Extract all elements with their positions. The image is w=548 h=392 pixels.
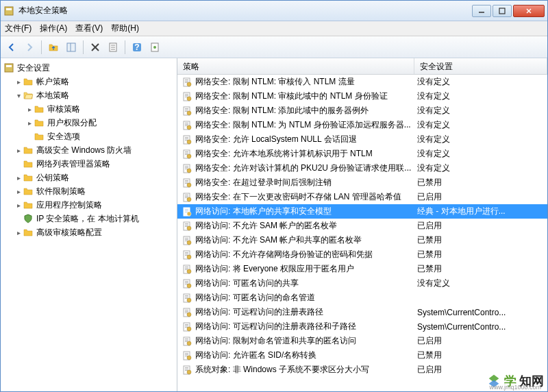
list-row[interactable]: 网络安全: 限制 NTLM: 审核此域中的 NTLM 身份验证没有定义	[177, 89, 547, 103]
svg-rect-0	[5, 7, 13, 15]
svg-rect-72	[185, 225, 188, 225]
policy-setting: 已禁用	[414, 234, 547, 246]
list-row[interactable]: 网络安全: 限制 NTLM: 为 NTLM 身份验证添加远程服务器...没有定义	[177, 118, 547, 132]
tree-item[interactable]: ▸审核策略	[2, 102, 175, 116]
tree-twisty[interactable]: ▸	[14, 201, 23, 209]
tree-twisty[interactable]: ▸	[25, 106, 34, 113]
list-row[interactable]: 网络访问: 可匿名访问的命名管道	[177, 291, 547, 305]
tree-twisty[interactable]: ▸	[14, 174, 23, 182]
list-row[interactable]: 网络访问: 不允许 SAM 帐户和共享的匿名枚举已禁用	[177, 233, 547, 247]
svg-rect-1	[6, 8, 12, 10]
delete-button[interactable]	[87, 39, 103, 56]
list-row[interactable]: 网络安全: 在下一次更改密码时不存储 LAN 管理器哈希值已启用	[177, 190, 547, 204]
tree-twisty[interactable]: ▸	[14, 229, 23, 236]
policy-setting: 没有定义	[414, 278, 547, 289]
tree-twisty[interactable]: ▾	[14, 92, 23, 99]
tree-twisty[interactable]: ▸	[14, 188, 23, 195]
policy-icon	[182, 77, 192, 88]
tree-item[interactable]: ▸高级安全 Windows 防火墙	[2, 143, 175, 157]
policy-name: 网络安全: 限制 NTLM: 为 NTLM 身份验证添加远程服务器...	[195, 119, 414, 131]
policy-setting: 已禁用	[414, 263, 547, 275]
close-button[interactable]	[513, 5, 545, 17]
svg-point-94	[187, 284, 191, 288]
menu-file[interactable]: 文件(F)	[5, 23, 32, 34]
list-row[interactable]: 网络访问: 可远程访问的注册表路径System\CurrentContro...	[177, 305, 547, 319]
titlebar[interactable]: 本地安全策略	[1, 1, 547, 21]
svg-rect-62	[185, 196, 188, 197]
tree-root[interactable]: 安全设置	[2, 61, 175, 75]
list-row[interactable]: 网络安全: 允许 LocalSystem NULL 会话回退没有定义	[177, 132, 547, 147]
svg-point-17	[153, 46, 156, 49]
policy-name: 系统对象: 非 Windows 子系统不要求区分大小写	[195, 364, 414, 376]
list-row[interactable]: 网络访问: 可匿名访问的共享没有定义	[177, 276, 547, 291]
tree-item[interactable]: ▸软件限制策略	[2, 184, 175, 198]
back-button[interactable]	[3, 39, 20, 56]
tree-item[interactable]: IP 安全策略，在 本地计算机	[2, 212, 175, 225]
menu-view[interactable]: 查看(V)	[75, 23, 103, 34]
tree-item[interactable]: ▸应用程序控制策略	[2, 198, 175, 212]
svg-rect-96	[185, 295, 188, 296]
list-row[interactable]: 网络安全: 允许对该计算机的 PKU2U 身份验证请求使用联...没有定义	[177, 161, 547, 175]
column-header-setting[interactable]: 安全设置	[414, 58, 547, 74]
maximize-button[interactable]	[493, 5, 512, 17]
policy-icon	[182, 365, 192, 376]
list-row[interactable]: 网络访问: 本地帐户的共享和安全模型经典 - 对本地用户进行...	[177, 204, 547, 219]
folder-icon	[23, 199, 34, 210]
toolbar-separator	[41, 40, 42, 54]
policy-name: 网络访问: 可匿名访问的共享	[195, 278, 414, 289]
security-icon	[3, 62, 14, 73]
policy-name: 网络访问: 可匿名访问的命名管道	[195, 292, 414, 304]
tree-item[interactable]: 网络列表管理器策略	[2, 157, 175, 171]
policy-setting: System\CurrentContro...	[414, 322, 547, 332]
toolbar-separator	[83, 40, 84, 54]
policy-name: 网络访问: 允许匿名 SID/名称转换	[195, 350, 414, 361]
list-row[interactable]: 网络安全: 允许本地系统将计算机标识用于 NTLM没有定义	[177, 147, 547, 161]
list-row[interactable]: 网络访问: 允许匿名 SID/名称转换已禁用	[177, 348, 547, 363]
tree-panel[interactable]: 安全设置 ▸帐户策略▾本地策略▸审核策略▸用户权限分配安全选项▸高级安全 Win…	[1, 58, 177, 391]
menubar: 文件(F) 操作(A) 查看(V) 帮助(H)	[1, 21, 547, 36]
menu-action[interactable]: 操作(A)	[40, 23, 67, 34]
minimize-button[interactable]	[472, 5, 491, 17]
policy-name: 网络访问: 可远程访问的注册表路径	[195, 306, 414, 318]
column-header-policy[interactable]: 策略	[177, 58, 414, 74]
list-panel: 策略 安全设置 网络安全: 限制 NTLM: 审核传入 NTLM 流量没有定义网…	[177, 58, 547, 391]
tree-item[interactable]: 安全选项	[2, 130, 175, 143]
tree-item[interactable]: ▾本地策略	[2, 88, 175, 102]
list-row[interactable]: 系统对象: 非 Windows 子系统不要求区分大小写已启用	[177, 363, 547, 377]
forward-button[interactable]	[21, 39, 38, 56]
list-row[interactable]: 网络安全: 在超过登录时间后强制注销已禁用	[177, 175, 547, 190]
tree-item[interactable]: ▸公钥策略	[2, 171, 175, 184]
policy-icon	[182, 206, 192, 217]
tree-item[interactable]: ▸高级审核策略配置	[2, 225, 175, 239]
list-row[interactable]: 网络访问: 不允许 SAM 帐户的匿名枚举已启用	[177, 219, 547, 233]
tree-root-label: 安全设置	[17, 62, 50, 74]
svg-rect-27	[185, 95, 188, 96]
list-body[interactable]: 网络安全: 限制 NTLM: 审核传入 NTLM 流量没有定义网络安全: 限制 …	[177, 75, 547, 391]
tree-twisty[interactable]: ▸	[25, 119, 34, 127]
svg-rect-106	[185, 324, 188, 325]
list-row[interactable]: 网络访问: 不允许存储网络身份验证的密码和凭据已禁用	[177, 247, 547, 262]
tree-item[interactable]: ▸帐户策略	[2, 75, 175, 88]
properties-button[interactable]	[105, 39, 121, 56]
folder-icon	[34, 117, 45, 128]
svg-rect-112	[185, 340, 188, 341]
show-hide-tree-button[interactable]	[63, 39, 79, 56]
policy-setting: 经典 - 对本地用户进行...	[414, 206, 547, 217]
up-button[interactable]	[45, 39, 62, 56]
list-row[interactable]: 网络访问: 可远程访问的注册表路径和子路径System\CurrentContr…	[177, 319, 547, 334]
refresh-button[interactable]	[147, 39, 163, 56]
help-button[interactable]: ?	[129, 39, 145, 56]
list-row[interactable]: 网络访问: 限制对命名管道和共享的匿名访问已启用	[177, 334, 547, 348]
list-row[interactable]: 网络访问: 将 Everyone 权限应用于匿名用户已禁用	[177, 262, 547, 276]
tree-twisty[interactable]: ▸	[14, 147, 23, 154]
svg-rect-97	[185, 297, 188, 297]
list-row[interactable]: 网络安全: 限制 NTLM: 审核传入 NTLM 流量没有定义	[177, 75, 547, 89]
policy-setting: 没有定义	[414, 105, 547, 117]
svg-rect-32	[185, 110, 188, 110]
list-row[interactable]: 网络安全: 限制 NTLM: 添加此域中的服务器例外没有定义	[177, 103, 547, 118]
tree-item[interactable]: ▸用户权限分配	[2, 116, 175, 130]
tree-twisty[interactable]: ▸	[14, 78, 23, 86]
menu-help[interactable]: 帮助(H)	[111, 23, 139, 34]
svg-rect-57	[185, 182, 188, 182]
policy-name: 网络安全: 限制 NTLM: 审核传入 NTLM 流量	[195, 76, 414, 88]
